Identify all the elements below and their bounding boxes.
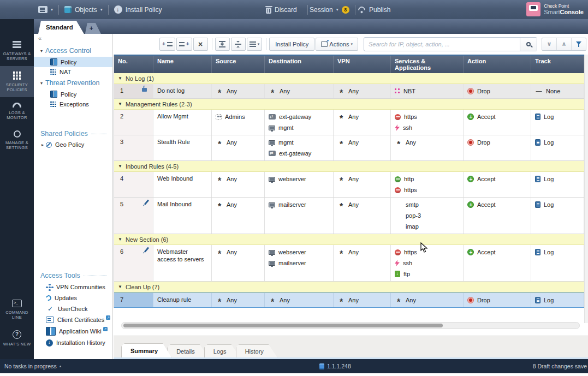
cell-services[interactable]: NBT <box>391 84 464 98</box>
search-input[interactable] <box>364 41 520 47</box>
cell-action[interactable]: Drop <box>464 84 531 98</box>
sidebar-item-whats-new[interactable]: WHAT'S NEW <box>0 325 34 351</box>
find-previous-button[interactable]: ∧ <box>556 38 571 50</box>
search-button[interactable] <box>520 38 537 51</box>
discard-button[interactable]: Discard <box>266 6 297 14</box>
cell-no[interactable]: 7 <box>114 293 153 307</box>
cell-destination[interactable]: mailserver <box>265 198 334 234</box>
tool-item-usercheck[interactable]: UserCheck <box>34 303 112 314</box>
rule-row-1[interactable]: 1Do not logAnyAnyAnyNBTDropNone <box>114 84 584 99</box>
rule-row-2[interactable]: 2Allow MgmtAdminsext-gatewaymgmtAnyhttps… <box>114 110 584 135</box>
section-row-clean-up-7[interactable]: ▼Clean Up (7) <box>114 282 584 293</box>
vertical-scrollbar[interactable] <box>584 55 588 323</box>
new-tab-button[interactable]: + <box>85 23 101 34</box>
cell-no[interactable]: 5 <box>114 198 153 234</box>
session-dropdown[interactable]: Session ▾ 8 <box>310 6 349 14</box>
tab-summary[interactable]: Summary <box>121 343 171 357</box>
cell-name[interactable]: Mail Inbound <box>153 198 212 234</box>
cell-no[interactable]: 3 <box>114 135 153 160</box>
cell-services[interactable]: httpsssh <box>391 110 464 135</box>
cell-services[interactable]: Any <box>391 135 464 160</box>
add-rule-above-button[interactable]: + <box>159 38 175 51</box>
sidebar-collapse-button[interactable]: « <box>38 35 41 41</box>
app-menu-button[interactable]: ▾ <box>38 6 53 13</box>
view-menu-button[interactable]: ▾ <box>247 38 263 51</box>
cell-no[interactable]: 1 <box>114 84 153 98</box>
column-header-source[interactable]: Source <box>212 56 265 73</box>
rule-row-5[interactable]: 5Mail InboundAnymailserverAnysmtppop-3im… <box>114 198 584 234</box>
cell-services[interactable]: smtppop-3imap <box>391 198 464 234</box>
cell-source[interactable]: Any <box>212 172 265 197</box>
sidebar-item-manage[interactable]: MANAGE & SETTINGS <box>0 125 34 155</box>
cell-action[interactable]: Accept <box>464 110 531 135</box>
cell-no[interactable]: 6 <box>114 245 153 281</box>
cell-destination[interactable]: webserver <box>265 172 334 197</box>
expand-sections-button[interactable] <box>215 38 230 51</box>
cell-destination[interactable]: Any <box>265 84 334 98</box>
cell-name[interactable]: Do not log <box>153 84 212 98</box>
column-header-destination[interactable]: Destination <box>265 56 334 73</box>
cell-vpn[interactable]: Any <box>334 135 391 160</box>
cell-track[interactable]: None <box>531 84 584 98</box>
tree-item-policy[interactable]: Policy <box>34 57 112 67</box>
publish-button[interactable]: Publish <box>358 5 390 14</box>
cell-source[interactable]: Any <box>212 245 265 281</box>
cell-track[interactable]: Log <box>531 245 584 281</box>
cell-track[interactable]: Log <box>531 110 584 135</box>
cell-destination[interactable]: webservermailserver <box>265 245 334 281</box>
column-header-no[interactable]: No. <box>114 56 153 73</box>
tab-details[interactable]: Details <box>167 344 209 357</box>
actions-dropdown-button[interactable]: Actions ▾ <box>316 38 358 51</box>
install-policy-button[interactable]: Install Policy <box>114 5 162 14</box>
column-header-vpn[interactable]: VPN <box>334 56 391 73</box>
objects-button[interactable]: Objects ▾ <box>64 6 103 14</box>
cell-vpn[interactable]: Any <box>334 293 391 307</box>
delete-rule-button[interactable]: × <box>193 38 208 51</box>
filter-button[interactable] <box>571 38 586 50</box>
find-next-button[interactable]: ∨ <box>542 38 556 50</box>
column-header-name[interactable]: Name <box>153 56 212 73</box>
rule-row-3[interactable]: 3Stealth RuleAnymgmtext-gatewayAnyAnyDro… <box>114 135 584 161</box>
tab-logs[interactable]: Logs <box>204 344 240 357</box>
tree-group-threat-prevention[interactable]: ▾Threat Prevention <box>34 77 112 89</box>
cell-source[interactable]: Admins <box>212 110 265 135</box>
tree-group-access-control[interactable]: ▾Access Control <box>34 45 112 57</box>
cell-name[interactable]: Cleanup rule <box>153 293 212 307</box>
cell-source[interactable]: Any <box>212 135 265 160</box>
tool-item-vpn-communities[interactable]: VPN Communities <box>34 282 112 293</box>
section-row-no-log-1[interactable]: ▼No Log (1) <box>114 73 584 84</box>
tab-standard[interactable]: Standard <box>38 21 84 34</box>
tree-item-nat[interactable]: NAT <box>34 67 112 77</box>
cell-action[interactable]: Drop <box>464 293 531 307</box>
sidebar-item-logs[interactable]: LOGS & MONITOR <box>0 97 34 125</box>
cell-action[interactable]: Drop <box>464 135 531 160</box>
cell-no[interactable]: 4 <box>114 172 153 197</box>
sidebar-item-security[interactable]: SECURITY POLICIES <box>0 66 34 97</box>
cell-destination[interactable]: mgmtext-gateway <box>265 135 334 160</box>
add-rule-below-button[interactable]: + <box>176 38 192 51</box>
install-policy-toolbar-button[interactable]: Install Policy <box>269 38 314 51</box>
cell-no[interactable]: 2 <box>114 110 153 135</box>
cell-vpn[interactable]: Any <box>334 198 391 234</box>
tree-item-exceptions[interactable]: Exceptions <box>34 99 112 109</box>
cell-vpn[interactable]: Any <box>334 245 391 281</box>
cell-source[interactable]: Any <box>212 198 265 234</box>
cell-track[interactable]: Log <box>531 172 584 197</box>
cell-destination[interactable]: ext-gatewaymgmt <box>265 110 334 135</box>
cell-vpn[interactable]: Any <box>334 84 391 98</box>
cell-name[interactable]: Webmaster access to servers <box>153 245 212 281</box>
scrollbar-thumb[interactable] <box>123 324 443 327</box>
tab-history[interactable]: History <box>236 344 277 357</box>
cell-action[interactable]: Accept <box>464 245 531 281</box>
cell-track[interactable]: Log <box>531 135 584 160</box>
cell-name[interactable]: Stealth Rule <box>153 135 212 160</box>
cell-action[interactable]: Accept <box>464 198 531 234</box>
tasks-status-button[interactable]: No tasks in progress ▴ <box>4 363 61 369</box>
cell-track[interactable]: Log <box>531 198 584 234</box>
tree-item-policy[interactable]: Policy <box>34 89 112 99</box>
section-row-new-section-6[interactable]: ▼New Section (6) <box>114 234 584 245</box>
section-row-management-rules-2-3[interactable]: ▼Management Rules (2-3) <box>114 99 584 110</box>
column-header-track[interactable]: Track <box>531 56 584 73</box>
cell-name[interactable]: Web Inbound <box>153 172 212 197</box>
cell-name[interactable]: Allow Mgmt <box>153 110 212 135</box>
